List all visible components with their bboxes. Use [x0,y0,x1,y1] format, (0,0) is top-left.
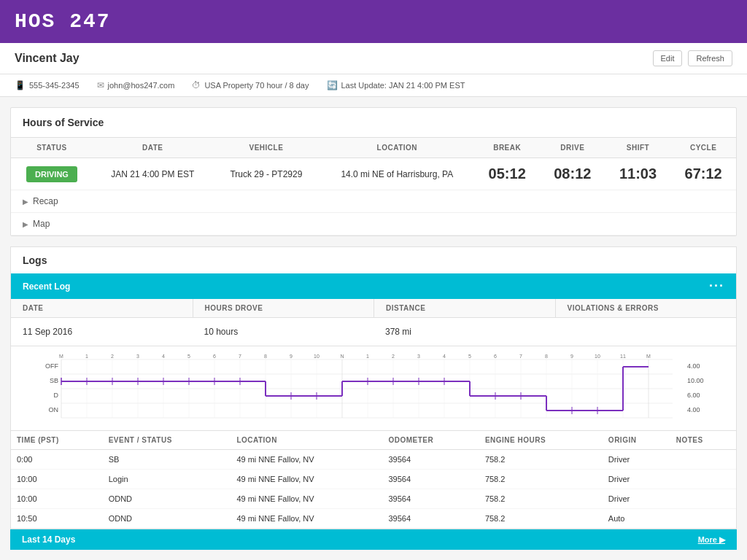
log-col-violations: VIOLATIONS & ERRORS [555,299,737,317]
col-status: STATUS [11,138,93,158]
svg-text:4.00: 4.00 [687,362,700,370]
svg-text:1: 1 [85,354,88,359]
svg-text:3: 3 [417,354,420,359]
svg-text:8: 8 [545,354,548,359]
log-cols-header: DATE HOURS DROVE DISTANCE VIOLATIONS & E… [11,299,736,318]
svg-text:4.00: 4.00 [687,406,700,413]
map-chevron: ▶ [23,220,28,228]
svg-text:9: 9 [570,354,573,359]
col-origin: ORIGIN [603,431,670,450]
shift-cell: 11:03 [605,158,671,190]
log-violations [555,324,737,340]
hos-section: Hours of Service STATUS DATE VEHICLE LOC… [10,107,737,236]
svg-text:11: 11 [620,354,626,359]
event-cell-notes [670,489,736,509]
hos-table-row: DRIVING JAN 21 4:00 PM EST Truck 29 - PT… [11,158,736,190]
event-cell-location: 49 mi NNE Fallov, NV [231,450,382,470]
user-rule-item: ⏱ USA Property 70 hour / 8 day [192,80,309,90]
log-menu-dots[interactable]: ··· [709,279,724,294]
email-icon: ✉ [97,80,104,90]
phone-icon: 📱 [15,80,26,90]
event-cell-engineHours: 758.2 [479,489,603,509]
svg-text:5: 5 [468,354,471,359]
col-cycle: CYCLE [670,138,736,158]
col-date: DATE [93,138,213,158]
user-update-item: 🔄 Last Update: JAN 21 4:00 PM EST [327,80,465,90]
svg-text:D: D [54,392,59,399]
event-cell-location: 49 mi NNE Fallov, NV [231,489,382,509]
svg-text:4: 4 [162,354,165,359]
edit-button[interactable]: Edit [653,50,683,66]
event-cell-odometer: 39564 [382,470,479,489]
user-email: john@hos247.com [108,81,175,90]
svg-text:10.00: 10.00 [687,377,704,384]
svg-text:OFF: OFF [45,362,58,370]
event-cell-origin: Driver [603,489,670,509]
events-header-row: TIME (PST) EVENT / STATUS LOCATION ODOME… [11,431,736,450]
recap-chevron: ▶ [23,198,28,206]
col-vehicle: VEHICLE [213,138,320,158]
event-cell-origin: Driver [603,470,670,489]
user-phone-item: 📱 555-345-2345 [15,80,80,90]
event-cell-event: Login [103,470,231,489]
log-date: 11 Sep 2016 [11,324,193,340]
user-email-item: ✉ john@hos247.com [97,80,175,90]
shift-value: 11:03 [619,166,657,182]
col-break: BREAK [474,138,540,158]
app-header: HOS 247 [0,0,747,43]
svg-text:ON: ON [49,406,59,413]
svg-text:6: 6 [213,354,216,359]
hos-section-title: Hours of Service [11,108,736,138]
hos-chart-container: OFF SB D ON 4.00 10.00 6.00 4.00 M 1 2 3… [11,346,736,431]
hos-chart-svg: OFF SB D ON 4.00 10.00 6.00 4.00 M 1 2 3… [23,352,724,425]
location-cell: 14.0 mi NE of Harrisburg, PA [320,158,474,190]
refresh-button[interactable]: Refresh [688,50,732,66]
break-value: 05:12 [489,166,526,182]
event-cell-event: ODND [103,509,231,529]
recent-log-header: Recent Log ··· [11,273,736,299]
log-hours: 10 hours [193,324,374,340]
svg-text:7: 7 [519,354,522,359]
log-distance: 378 mi [374,324,555,340]
event-cell-origin: Driver [603,450,670,470]
svg-text:3: 3 [136,354,139,359]
clock-icon: ⏱ [192,80,201,90]
col-location: LOCATION [320,138,474,158]
recap-row[interactable]: ▶ Recap [11,190,736,213]
user-name: Vincent Jay [15,52,80,65]
event-cell-notes [670,470,736,489]
svg-text:N: N [340,354,344,359]
app-logo: HOS 247 [15,10,111,33]
col-event: EVENT / STATUS [103,431,231,450]
event-row: 10:00ODND49 mi NNE Fallov, NV39564758.2D… [11,489,736,509]
event-cell-engineHours: 758.2 [479,509,603,529]
event-row: 10:50ODND49 mi NNE Fallov, NV39564758.2A… [11,509,736,529]
drive-value: 08:12 [554,166,591,182]
drive-cell: 08:12 [540,158,605,190]
col-odometer: ODOMETER [382,431,479,450]
svg-text:9: 9 [290,354,293,359]
event-cell-event: ODND [103,489,231,509]
status-cell: DRIVING [11,158,93,190]
col-notes: NOTES [670,431,736,450]
log-col-date: DATE [11,299,193,317]
event-row: 10:00Login49 mi NNE Fallov, NV39564758.2… [11,470,736,489]
last14-bar: Last 14 Days More ▶ [10,529,737,550]
more-link[interactable]: More ▶ [698,535,725,545]
svg-text:6: 6 [494,354,497,359]
log-col-hours: HOURS DROVE [193,299,374,317]
map-row[interactable]: ▶ Map [11,213,736,236]
svg-text:SB: SB [50,377,58,384]
col-shift: SHIFT [605,138,671,158]
svg-text:10: 10 [595,354,600,359]
logs-section-title: Logs [11,247,736,273]
event-cell-location: 49 mi NNE Fallov, NV [231,509,382,529]
svg-text:M: M [59,354,63,359]
event-cell-engineHours: 758.2 [479,450,603,470]
break-cell: 05:12 [474,158,540,190]
event-cell-notes [670,509,736,529]
svg-text:6.00: 6.00 [687,392,700,399]
event-cell-odometer: 39564 [382,489,479,509]
event-cell-notes [670,450,736,470]
user-last-update: Last Update: JAN 21 4:00 PM EST [341,81,465,90]
